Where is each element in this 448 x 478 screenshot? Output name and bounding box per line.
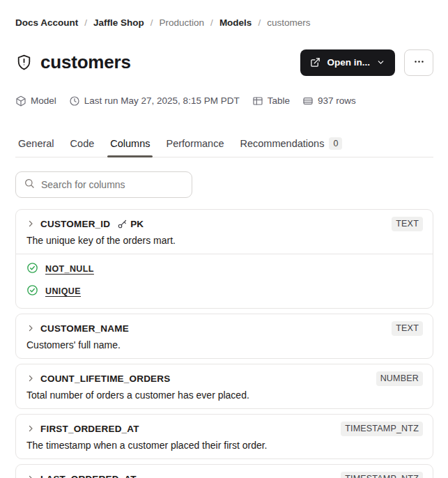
column-card-last-ordered-at: LAST_ORDERED_AT TIMESTAMP_NTZ The timest… [15,464,433,478]
pk-label: PK [130,219,144,229]
column-card-main: LAST_ORDERED_AT TIMESTAMP_NTZ The timest… [16,465,433,478]
column-description: Customers' full name. [26,338,423,352]
tab-recommendations-label: Recommendations [240,138,325,149]
search-icon [24,178,35,192]
column-description: The unique key of the orders mart. [26,233,423,247]
page-title: customers [40,52,131,73]
open-in-button[interactable]: Open in... [300,49,395,76]
shield-alert-icon [15,54,33,71]
rows-stack-icon [302,95,314,107]
meta-row-count-label: 937 rows [318,95,356,106]
column-card-customer-id: CUSTOMER_ID PK TEXT The unique k [15,209,433,309]
column-card-first-ordered-at: FIRST_ORDERED_AT TIMESTAMP_NTZ The times… [15,414,433,459]
check-circle-icon [26,262,38,277]
key-icon [117,219,128,229]
breadcrumb-separator: / [210,17,213,28]
page-header: customers Open in... [15,40,433,86]
recommendations-count-badge: 0 [329,137,342,151]
column-card-main: FIRST_ORDERED_AT TIMESTAMP_NTZ The times… [16,415,433,458]
breadcrumb-item-models[interactable]: Models [219,17,252,28]
meta-resource-type-label: Model [31,95,56,106]
column-type-badge: TEXT [392,321,423,336]
column-type-badge: TIMESTAMP_NTZ [341,422,423,436]
chevron-right-icon[interactable] [26,324,35,332]
model-detail-page: Docs Account / Jaffle Shop / Production … [0,0,448,478]
column-description: Total number of orders a customer has ev… [26,388,423,402]
chevron-down-icon [376,58,385,67]
breadcrumb-item-customers: customers [267,17,310,28]
column-card-main: COUNT_LIFETIME_ORDERS NUMBER Total numbe… [16,364,433,408]
breadcrumb-item-docs-account[interactable]: Docs Account [15,17,78,28]
test-row: UNIQUE [26,280,422,302]
meta-resource-type: Model [15,95,56,107]
tab-general[interactable]: General [15,137,57,157]
column-card-count-lifetime-orders: COUNT_LIFETIME_ORDERS NUMBER Total numbe… [15,364,433,409]
column-title-row: CUSTOMER_NAME TEXT [26,321,423,336]
column-search [15,171,192,198]
breadcrumb-item-production: Production [160,17,205,28]
column-title-row: LAST_ORDERED_AT TIMESTAMP_NTZ [26,471,423,478]
tab-code-label: Code [70,138,95,149]
tab-columns-label: Columns [110,138,150,149]
column-description: The timestamp when a customer placed the… [26,438,423,452]
open-in-label: Open in... [327,57,370,68]
column-type-badge: NUMBER [376,371,423,386]
breadcrumb-separator: / [84,17,87,28]
header-actions: Open in... [300,49,433,76]
title-group: customers [15,40,300,86]
ellipsis-icon [413,56,425,70]
breadcrumb-separator: / [258,17,261,28]
column-card-main: CUSTOMER_ID PK TEXT The unique k [16,210,433,254]
tab-performance[interactable]: Performance [163,137,226,157]
column-name[interactable]: FIRST_ORDERED_AT [40,424,139,434]
chevron-right-icon[interactable] [26,219,35,228]
breadcrumb-item-jaffle-shop[interactable]: Jaffle Shop [93,17,144,28]
column-card-main: CUSTOMER_NAME TEXT Customers' full name. [16,314,433,358]
table-icon [252,95,263,107]
meta-last-run-label: Last run May 27, 2025, 8:15 PM PDT [84,95,240,106]
column-name[interactable]: CUSTOMER_NAME [40,323,129,334]
tab-code[interactable]: Code [68,137,98,157]
breadcrumb-separator: / [150,17,153,28]
column-name[interactable]: LAST_ORDERED_AT [40,474,137,478]
breadcrumb: Docs Account / Jaffle Shop / Production … [15,17,433,28]
column-tests: NOT_NULL UNIQUE [16,254,433,308]
tab-performance-label: Performance [166,138,224,149]
tab-bar: General Code Columns Performance Recomme… [15,137,433,158]
test-link-not-null[interactable]: NOT_NULL [45,264,94,274]
external-link-icon [310,57,320,68]
column-title-row: CUSTOMER_ID PK TEXT [26,216,423,231]
column-card-customer-name: CUSTOMER_NAME TEXT Customers' full name. [15,314,433,359]
chevron-right-icon[interactable] [26,424,35,433]
chevron-right-icon[interactable] [26,374,35,383]
column-type-badge: TIMESTAMP_NTZ [341,472,423,478]
tab-recommendations[interactable]: Recommendations 0 [238,137,346,157]
clock-icon [69,95,80,107]
more-actions-button[interactable] [404,49,433,76]
tab-general-label: General [18,138,54,149]
meta-row-count: 937 rows [302,95,356,107]
check-circle-icon [26,284,38,299]
column-type-badge: TEXT [392,217,423,231]
chevron-right-icon[interactable] [26,475,35,478]
column-name[interactable]: CUSTOMER_ID [40,219,110,229]
meta-last-run: Last run May 27, 2025, 8:15 PM PDT [69,95,240,107]
search-input[interactable] [41,179,184,190]
test-link-unique[interactable]: UNIQUE [45,286,81,296]
column-title-row: COUNT_LIFETIME_ORDERS NUMBER [26,371,423,386]
tab-columns[interactable]: Columns [107,137,153,157]
columns-list: CUSTOMER_ID PK TEXT The unique k [15,209,433,478]
meta-row: Model Last run May 27, 2025, 8:15 PM PDT… [15,95,433,107]
model-cube-icon [15,95,26,107]
test-row: NOT_NULL [26,258,422,280]
column-name[interactable]: COUNT_LIFETIME_ORDERS [40,373,170,384]
column-title-row: FIRST_ORDERED_AT TIMESTAMP_NTZ [26,421,423,436]
primary-key-tag: PK [117,219,144,229]
meta-materialization: Table [252,95,290,107]
meta-materialization-label: Table [268,95,290,106]
